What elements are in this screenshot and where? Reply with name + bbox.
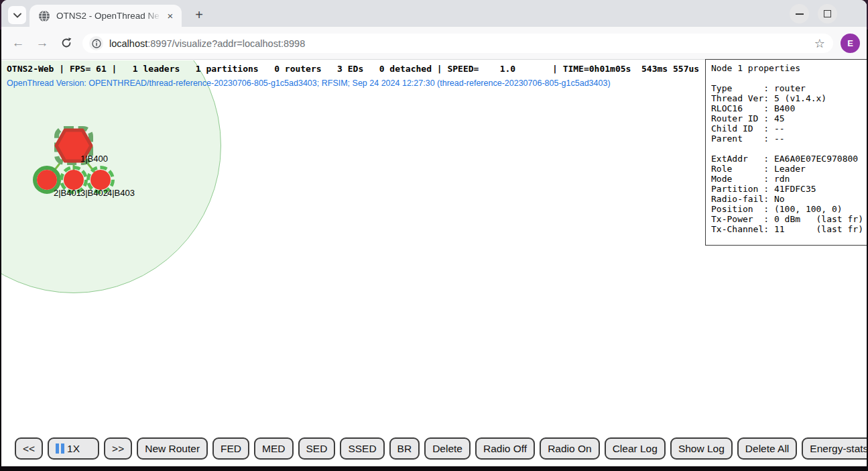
br-button[interactable]: BR xyxy=(389,437,420,460)
fast-forward-button[interactable]: >> xyxy=(104,437,132,460)
panel-line: Mode : rdn xyxy=(711,174,862,184)
panel-line: Child ID : -- xyxy=(711,123,862,134)
delete-all-button[interactable]: Delete All xyxy=(737,437,797,460)
button-label: 1X xyxy=(67,443,80,455)
status-overlay: OTNS2-Web | FPS= 61 | 1 leaders 1 partit… xyxy=(7,64,699,88)
panel-line: Position : (100, 100, 0) xyxy=(711,204,862,214)
simulation-status-bar: OTNS2-Web | FPS= 61 | 1 leaders 1 partit… xyxy=(7,64,699,74)
node-ed[interactable] xyxy=(90,170,111,190)
new-router-button[interactable]: New Router xyxy=(137,437,208,460)
button-label: SSED xyxy=(348,443,376,455)
panel-line: Parent : -- xyxy=(711,134,862,144)
button-label: FED xyxy=(221,443,241,455)
parent-child-links xyxy=(1,60,269,262)
button-label: BR xyxy=(397,443,412,455)
fed-button[interactable]: FED xyxy=(212,437,249,460)
url-bar[interactable]: localhost:8997/visualize?addr=localhost:… xyxy=(82,34,833,53)
node-label: 3|B402 xyxy=(80,188,108,198)
panel-line: Radio-fail: No xyxy=(711,194,862,204)
browser-toolbar: ← → localhost:8997/visualize?addr=localh… xyxy=(1,27,867,60)
tab-search-button[interactable] xyxy=(8,6,26,24)
radio-off-button[interactable]: Radio Off xyxy=(475,437,535,460)
profile-avatar[interactable]: E xyxy=(841,34,860,53)
clear-log-button[interactable]: Clear Log xyxy=(605,437,666,460)
new-tab-button[interactable]: + xyxy=(190,5,208,24)
pause-icon xyxy=(56,443,64,454)
forward-button[interactable]: → xyxy=(34,35,50,51)
show-log-button[interactable]: Show Log xyxy=(670,437,733,460)
button-label: MED xyxy=(262,443,285,455)
reload-icon xyxy=(60,37,72,49)
panel-line: Tx-Power : 0 dBm (last fr) xyxy=(711,214,862,224)
button-label: Delete All xyxy=(745,443,789,455)
speed-button[interactable]: 1X xyxy=(48,437,99,460)
panel-line: RLOC16 : B400 xyxy=(711,103,862,113)
node-label: 4|B403 xyxy=(107,188,135,198)
button-label: << xyxy=(23,443,35,455)
window-maximize-button[interactable] xyxy=(818,4,837,23)
tab-strip: OTNS2 - OpenThread Ne × + xyxy=(1,0,867,27)
panel-line xyxy=(711,144,862,154)
maximize-icon xyxy=(824,10,831,17)
otns-page: 1|B4002|B4013|B4024|B403 OTNS2-Web | FPS… xyxy=(1,60,867,466)
button-label: >> xyxy=(112,443,124,455)
tab-otns2[interactable]: OTNS2 - OpenThread Ne × xyxy=(29,5,182,27)
panel-line: Thread Ver: 5 (v1.4.x) xyxy=(711,93,862,103)
med-button[interactable]: MED xyxy=(254,437,293,460)
button-label: SED xyxy=(306,443,328,455)
button-label: New Router xyxy=(145,443,200,455)
node-properties-lines: Type : routerThread Ver: 5 (v1.4.x)RLOC1… xyxy=(711,73,862,234)
window-minimize-button[interactable] xyxy=(790,4,809,23)
url-host: localhost xyxy=(109,38,147,49)
url-text: localhost:8997/visualize?addr=localhost:… xyxy=(109,38,305,49)
site-info-icon[interactable] xyxy=(89,36,103,50)
ssed-button[interactable]: SSED xyxy=(340,437,384,460)
bookmark-star-icon[interactable]: ☆ xyxy=(814,36,825,51)
button-label: Energy-stats ↗ xyxy=(810,443,867,455)
button-label: Clear Log xyxy=(613,443,658,455)
globe-favicon-icon xyxy=(38,10,50,22)
radio-on-button[interactable]: Radio On xyxy=(540,437,599,460)
delete-button[interactable]: Delete xyxy=(424,437,471,460)
node-label: 2|B401 xyxy=(54,188,81,198)
chevron-down-icon xyxy=(13,13,21,18)
openthread-version-text: OpenThread Version: OPENTHREAD/thread-re… xyxy=(7,78,699,88)
back-button[interactable]: ← xyxy=(10,35,26,51)
panel-line: ExtAddr : EA6A0E07EC970800 xyxy=(711,154,862,164)
tab-title: OTNS2 - OpenThread Ne xyxy=(56,11,164,21)
tab-close-icon[interactable]: × xyxy=(164,10,176,22)
sed-button[interactable]: SED xyxy=(298,437,336,460)
minimize-icon xyxy=(796,13,804,15)
desktop: OTNS2 - OpenThread Ne × + ← → localhost xyxy=(0,0,868,471)
node-ed[interactable] xyxy=(37,170,57,190)
rewind-button[interactable]: << xyxy=(15,437,43,460)
button-label: Radio Off xyxy=(483,443,527,455)
panel-line: Partition : 41FDFC35 xyxy=(711,184,862,194)
url-path: :8997/visualize?addr=localhost:8998 xyxy=(147,38,305,49)
panel-line: Tx-Channel: 11 (last fr) xyxy=(711,224,862,234)
reload-button[interactable] xyxy=(58,35,74,51)
panel-line: Type : router xyxy=(711,83,862,93)
button-label: Delete xyxy=(432,443,462,455)
button-label: Show Log xyxy=(678,443,725,455)
panel-line xyxy=(711,73,862,83)
bottom-toolbar: <<1X>>New RouterFEDMEDSEDSSEDBRDeleteRad… xyxy=(15,437,867,460)
node-properties-panel: Node 1 properties Type : routerThread Ve… xyxy=(705,59,867,246)
panel-line: Role : Leader xyxy=(711,164,862,174)
button-label: Radio On xyxy=(548,443,591,455)
panel-line: Router ID : 45 xyxy=(711,113,862,123)
energy-stats-button[interactable]: Energy-stats ↗ xyxy=(802,437,867,460)
node-label: 1|B400 xyxy=(80,154,108,164)
node-ed[interactable] xyxy=(64,170,84,190)
node-properties-title: Node 1 properties xyxy=(711,63,862,73)
browser-window: OTNS2 - OpenThread Ne × + ← → localhost xyxy=(1,0,867,466)
